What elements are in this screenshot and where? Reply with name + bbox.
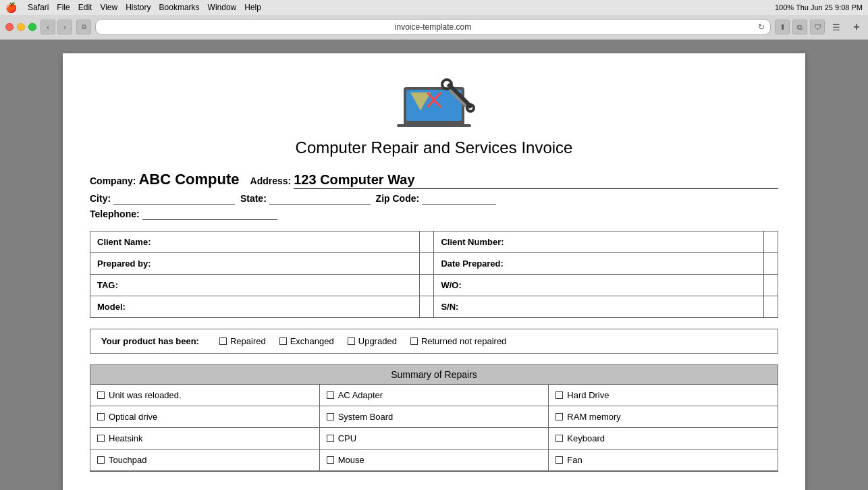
checkbox-1 bbox=[279, 337, 287, 345]
menu-view[interactable]: View bbox=[100, 3, 117, 12]
menu-edit[interactable]: Edit bbox=[78, 3, 92, 12]
logo-area bbox=[90, 74, 778, 128]
summary-cell-label-1-0: Optical drive bbox=[109, 412, 157, 422]
close-button[interactable] bbox=[5, 23, 13, 31]
menu-history[interactable]: History bbox=[126, 3, 151, 12]
shield-button[interactable]: 🛡 bbox=[810, 20, 825, 34]
client-table: Client Name: Client Number: Prepared by:… bbox=[90, 231, 778, 318]
summary-cell-2-1[interactable]: CPU bbox=[320, 428, 549, 449]
client-value-right-2[interactable] bbox=[764, 275, 778, 296]
browser-chrome: ‹ › ⧉ invoice-template.com ↻ ⬆ ⧉ 🛡 ☰ + bbox=[0, 15, 868, 40]
traffic-lights bbox=[5, 23, 36, 31]
client-value-left-3[interactable] bbox=[420, 296, 434, 318]
summary-row: TouchpadMouseFan bbox=[90, 450, 778, 471]
menu-bookmarks[interactable]: Bookmarks bbox=[159, 3, 200, 12]
state-label: State: bbox=[240, 193, 267, 204]
back-button[interactable]: ‹ bbox=[40, 20, 55, 34]
menu-window[interactable]: Window bbox=[208, 3, 237, 12]
show-tabs-button[interactable]: ⧉ bbox=[76, 20, 91, 34]
summary-cell-0-0[interactable]: Unit was reloaded. bbox=[90, 385, 320, 406]
summary-cell-label-3-1: Mouse bbox=[338, 455, 364, 465]
status-option-1[interactable]: Exchanged bbox=[279, 336, 334, 346]
summary-cell-1-2[interactable]: RAM memory bbox=[549, 406, 778, 427]
forward-button[interactable]: › bbox=[57, 20, 72, 34]
refresh-button[interactable]: ↻ bbox=[758, 22, 765, 32]
client-label-right-3: S/N: bbox=[434, 296, 764, 318]
summary-cell-label-0-1: AC Adapter bbox=[338, 390, 383, 400]
summary-cell-3-2[interactable]: Fan bbox=[549, 450, 778, 470]
city-label: City: bbox=[90, 193, 111, 204]
minimize-button[interactable] bbox=[17, 23, 25, 31]
summary-checkbox-2-2 bbox=[555, 435, 563, 442]
client-table-row: Prepared by: Date Prepared: bbox=[90, 253, 778, 275]
browser-actions: ⬆ ⧉ 🛡 bbox=[775, 20, 825, 34]
summary-checkbox-3-1 bbox=[327, 456, 334, 464]
status-option-label-3: Returned not repaired bbox=[421, 336, 506, 346]
client-value-right-0[interactable] bbox=[764, 232, 778, 253]
client-value-right-1[interactable] bbox=[764, 253, 778, 275]
menu-safari[interactable]: Safari bbox=[28, 3, 49, 12]
summary-cell-2-2[interactable]: Keyboard bbox=[549, 428, 778, 449]
city-input[interactable] bbox=[113, 194, 235, 205]
add-tab-button[interactable]: + bbox=[850, 21, 863, 33]
company-name-value: ABC Compute bbox=[138, 171, 239, 188]
summary-cell-1-0[interactable]: Optical drive bbox=[90, 406, 320, 427]
summary-checkbox-1-2 bbox=[555, 413, 563, 420]
company-row: Company: ABC Compute Address: 123 Comput… bbox=[90, 171, 778, 189]
share-button[interactable]: ⬆ bbox=[775, 20, 790, 34]
apple-menu[interactable]: 🍎 bbox=[5, 2, 17, 13]
client-label-left-1: Prepared by: bbox=[90, 253, 420, 275]
summary-cell-3-0[interactable]: Touchpad bbox=[90, 450, 320, 470]
client-label-right-0: Client Number: bbox=[434, 232, 764, 253]
summary-cell-label-1-1: System Board bbox=[338, 412, 394, 422]
nav-buttons: ‹ › bbox=[40, 20, 72, 34]
zip-input[interactable] bbox=[422, 194, 496, 205]
document-page: Computer Repair and Services Invoice Com… bbox=[63, 53, 805, 490]
client-label-left-0: Client Name: bbox=[90, 232, 420, 253]
client-label-right-2: W/O: bbox=[434, 275, 764, 296]
status-option-0[interactable]: Repaired bbox=[219, 336, 266, 346]
client-value-left-2[interactable] bbox=[420, 275, 434, 296]
summary-cell-label-1-2: RAM memory bbox=[567, 412, 620, 422]
summary-cell-2-0[interactable]: Heatsink bbox=[90, 428, 320, 449]
summary-cell-1-1[interactable]: System Board bbox=[320, 406, 549, 427]
summary-row: Optical driveSystem BoardRAM memory bbox=[90, 406, 778, 428]
svg-rect-3 bbox=[397, 124, 471, 127]
checkbox-3 bbox=[410, 337, 418, 345]
maximize-button[interactable] bbox=[28, 23, 36, 31]
checkbox-2 bbox=[348, 337, 355, 345]
url-text: invoice-template.com bbox=[395, 22, 471, 32]
menubar-right: 100% Thu Jun 25 9:08 PM bbox=[775, 3, 863, 11]
telephone-input[interactable] bbox=[142, 209, 277, 220]
summary-cell-3-1[interactable]: Mouse bbox=[320, 450, 549, 470]
summary-checkbox-0-2 bbox=[555, 391, 563, 399]
summary-cell-label-2-0: Heatsink bbox=[109, 433, 143, 443]
summary-checkbox-1-0 bbox=[97, 413, 105, 420]
summary-checkbox-2-1 bbox=[327, 435, 334, 442]
new-tab-button[interactable]: ⧉ bbox=[792, 20, 807, 34]
summary-checkbox-3-2 bbox=[555, 456, 563, 464]
telephone-label: Telephone: bbox=[90, 209, 140, 219]
menu-help[interactable]: Help bbox=[244, 3, 261, 12]
summary-cell-0-2[interactable]: Hard Drive bbox=[549, 385, 778, 406]
client-table-row: TAG: W/O: bbox=[90, 275, 778, 296]
sidebar-toggle[interactable]: ☰ bbox=[829, 20, 844, 34]
client-value-right-3[interactable] bbox=[764, 296, 778, 318]
url-bar[interactable]: invoice-template.com ↻ bbox=[95, 19, 771, 35]
product-status: Your product has been: RepairedExchanged… bbox=[90, 329, 778, 354]
zip-label: Zip Code: bbox=[376, 193, 420, 204]
state-input[interactable] bbox=[269, 194, 371, 205]
client-value-left-0[interactable] bbox=[420, 232, 434, 253]
summary-cell-0-1[interactable]: AC Adapter bbox=[320, 385, 549, 406]
summary-cell-label-2-2: Keyboard bbox=[567, 433, 605, 443]
summary-cell-label-0-0: Unit was reloaded. bbox=[109, 390, 182, 400]
client-label-left-2: TAG: bbox=[90, 275, 420, 296]
status-option-3[interactable]: Returned not repaired bbox=[410, 336, 506, 346]
client-value-left-1[interactable] bbox=[420, 253, 434, 275]
summary-cell-label-0-2: Hard Drive bbox=[567, 390, 609, 400]
menu-file[interactable]: File bbox=[57, 3, 70, 12]
summary-checkbox-0-0 bbox=[97, 391, 105, 399]
status-option-2[interactable]: Upgraded bbox=[348, 336, 397, 346]
client-label-left-3: Model: bbox=[90, 296, 420, 318]
invoice-title: Computer Repair and Services Invoice bbox=[90, 138, 778, 157]
